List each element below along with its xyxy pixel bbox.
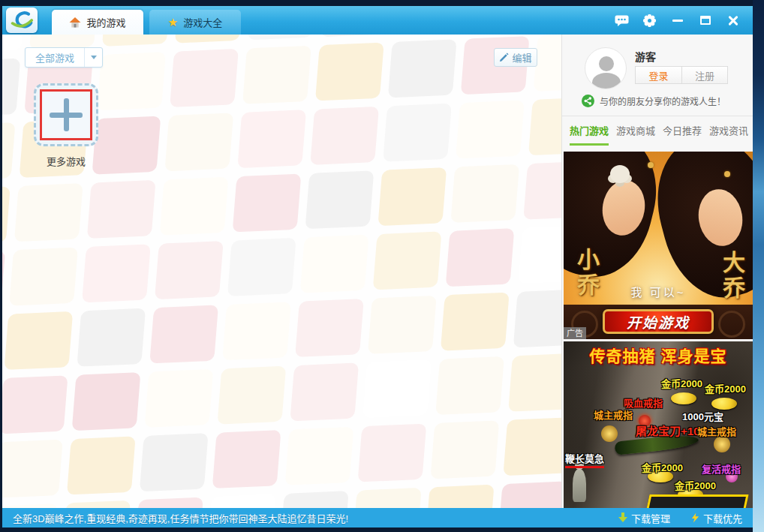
ad2-item-label: 金币2000 (675, 478, 716, 492)
ad2-item-label: 屠龙宝刀+10 (636, 422, 699, 438)
game-filter-label: 全部游戏 (26, 50, 84, 65)
checker-cell (164, 113, 233, 171)
edit-button-label: 编辑 (512, 50, 531, 65)
promo-text: 全新3D巅峰之作,重现经典,奇迹再现,任务情节把你带回神圣大陆追忆昔日荣光! (13, 511, 618, 525)
main-content-area: 全部游戏 编辑 更多游戏 (2, 35, 561, 508)
download-priority-link[interactable]: 下载优先 (691, 511, 742, 525)
sidebar-tab-game-news[interactable]: 游戏资讯 (709, 123, 748, 146)
close-button[interactable] (719, 6, 747, 35)
checker-cell (280, 491, 349, 508)
maximize-icon (700, 16, 711, 25)
sidebar-divider (562, 116, 753, 116)
game-filter-dropdown[interactable]: 全部游戏 (25, 47, 103, 68)
checker-cell (519, 225, 561, 284)
edit-button[interactable]: 编辑 (494, 48, 537, 67)
more-games-label: 更多游戏 (25, 154, 107, 168)
avatar[interactable] (585, 47, 627, 89)
sidebar: 游客 登录 注册 与你的朋友分享你的游戏人生！ 热门游戏 游戏商 (561, 35, 753, 508)
checker-cell (383, 104, 452, 162)
start-game-button[interactable]: 开始游戏 (603, 309, 714, 334)
ad2-item-label: 复活戒指 (702, 461, 741, 476)
app-logo[interactable] (6, 8, 38, 33)
share-text: 与你的朋友分享你的游戏人生！ (600, 95, 726, 107)
checker-cell (300, 235, 369, 293)
maximize-button[interactable] (691, 6, 719, 35)
checker-cell (140, 433, 209, 491)
checker-cell (450, 164, 519, 223)
checker-cell (72, 372, 141, 431)
tab-game-collection-label: 游戏大全 (183, 15, 222, 29)
checker-cell (426, 485, 495, 508)
download-manager-link[interactable]: 下载管理 (618, 511, 670, 525)
ad2-gold-ring-graphic (601, 425, 618, 442)
checker-cell (87, 180, 156, 239)
download-priority-label: 下载优先 (703, 511, 742, 525)
ad1-hair-flower-graphic (610, 165, 630, 183)
checker-cell (97, 52, 166, 110)
checker-cell (430, 420, 499, 479)
checker-cell (441, 293, 510, 351)
checker-cell (175, 35, 244, 44)
ad2-item-label: 金币2000 (642, 460, 683, 474)
user-name: 游客 (635, 49, 656, 64)
checker-cell (358, 423, 427, 482)
sidebar-tab-game-mall[interactable]: 游戏商城 (616, 123, 655, 146)
checker-cell (62, 500, 131, 508)
checker-cell (435, 356, 504, 415)
download-arrow-icon (618, 512, 627, 523)
settings-button[interactable] (636, 6, 663, 35)
checker-cell (456, 100, 525, 158)
checker-cell (528, 97, 561, 155)
bottom-bar: 全新3D巅峰之作,重现经典,奇迹再现,任务情节把你带回神圣大陆追忆昔日荣光! 下… (2, 508, 753, 527)
dropdown-caret-button[interactable] (84, 48, 102, 67)
avatar-head-graphic (599, 56, 614, 71)
checker-cell (77, 308, 146, 367)
share-icon (582, 95, 594, 107)
download-links: 下载管理 下载优先 (618, 511, 742, 525)
sidebar-tab-hot-games[interactable]: 热门游戏 (570, 123, 609, 146)
checker-cell (295, 299, 364, 357)
checker-cell (145, 369, 214, 428)
tab-game-collection[interactable]: ★ 游戏大全 (149, 10, 241, 35)
plus-icon (64, 98, 69, 131)
gold-pile-graphic (671, 392, 696, 404)
messages-button[interactable] (608, 6, 636, 35)
checker-cell (4, 311, 73, 370)
tab-my-games[interactable]: 我的游戏 (52, 10, 143, 35)
sidebar-tabs: 热门游戏 游戏商城 今日推荐 游戏资讯 (570, 123, 748, 146)
ad2-gold-ring-graphic (714, 436, 730, 452)
checker-cell (227, 238, 296, 296)
ad-banner-qiao-sisters[interactable]: 小乔 大乔 我 可以~ 开始游戏 广告 (564, 152, 753, 339)
checker-cell (237, 110, 306, 168)
checker-cell (170, 49, 239, 107)
checker-cell (233, 173, 302, 232)
pencil-icon (499, 53, 509, 62)
checker-cell (82, 244, 151, 302)
ad-banner-legend-loot[interactable]: 传奇抽猪 浑身是宝 金币2000金币2000吸血戒指城主戒指1000元宝屠龙宝刀… (564, 341, 753, 508)
ad2-item-label: 鞭长莫急 (565, 451, 604, 468)
desktop-background: 我的游戏 ★ 游戏大全 (0, 0, 764, 532)
register-button[interactable]: 注册 (681, 66, 728, 84)
share-row[interactable]: 与你的朋友分享你的游戏人生！ (582, 95, 726, 107)
ad2-item-label: 金币2000 (705, 381, 746, 395)
add-more-games-tile[interactable] (34, 83, 98, 146)
checker-cell (207, 494, 276, 508)
ad-badge: 广告 (564, 327, 586, 339)
ad2-partial-button[interactable] (645, 494, 748, 508)
login-button[interactable]: 登录 (635, 66, 681, 84)
checker-cell (534, 35, 561, 92)
caret-down-icon (91, 56, 97, 59)
checker-cell (508, 353, 561, 412)
checker-cell (503, 417, 561, 476)
sidebar-tab-today-recommend[interactable]: 今日推荐 (663, 123, 702, 146)
minimize-button[interactable] (663, 6, 691, 35)
checker-cell (67, 436, 136, 494)
ad1-gold-ornament (648, 162, 654, 168)
gold-pile-graphic (711, 398, 737, 410)
app-body: 全部游戏 编辑 更多游戏 (2, 35, 753, 508)
download-manager-label: 下载管理 (631, 511, 670, 525)
checker-cell (149, 305, 218, 363)
checker-cell (2, 440, 63, 498)
checker-cell (222, 302, 291, 360)
gear-icon (643, 14, 656, 27)
